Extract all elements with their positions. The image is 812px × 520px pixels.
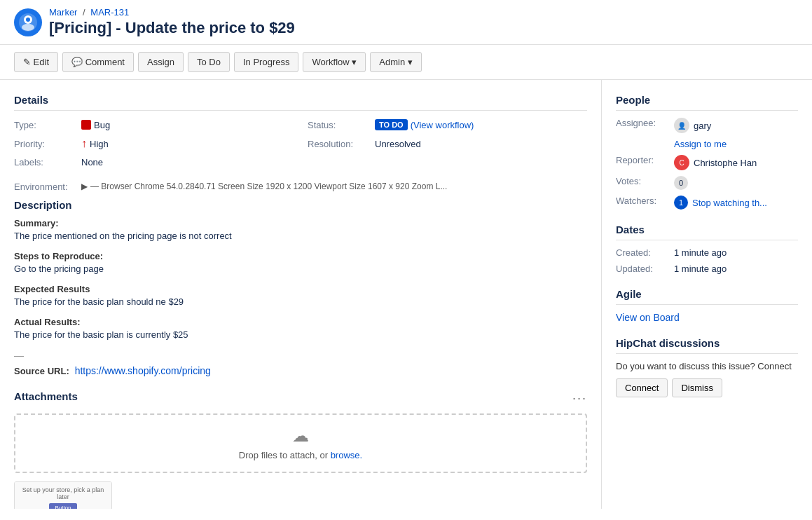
status-row: Status: TO DO (View workflow)	[308, 119, 587, 130]
stop-watching-link[interactable]: Stop watching th...	[692, 198, 767, 208]
assignee-value: 👤 gary	[674, 118, 711, 133]
votes-label: Votes:	[616, 176, 668, 186]
separator: —	[14, 350, 587, 361]
dates-section: Dates Created: 1 minute ago Updated: 1 m…	[616, 224, 798, 274]
comment-button[interactable]: 💬 Comment	[62, 52, 134, 72]
reporter-row: Reporter: C Christophe Han	[616, 155, 798, 170]
upload-icon: ☁	[27, 426, 574, 446]
agile-section: Agile View on Board	[616, 288, 798, 323]
status-badge: TO DO	[375, 119, 408, 130]
description-section: Description Summary: The price mentioned…	[14, 199, 587, 376]
status-label: Status:	[308, 120, 371, 130]
actual-text: The price for the basic plan is currentl…	[14, 329, 587, 340]
expected-block: Expected Results The price for the basic…	[14, 284, 587, 307]
assign-button[interactable]: Assign	[138, 52, 184, 72]
watchers-value: 1 Stop watching th...	[674, 196, 767, 210]
attachments-menu-button[interactable]: ···	[572, 391, 587, 406]
workflow-button[interactable]: Workflow ▾	[303, 52, 366, 72]
details-section-title: Details	[14, 94, 587, 111]
created-label: Created:	[616, 247, 668, 258]
attachments-title: Attachments	[14, 390, 78, 406]
edit-button[interactable]: ✎ Edit	[14, 52, 58, 72]
created-value: 1 minute ago	[674, 247, 727, 258]
attachments-section: Attachments ··· ☁ Drop files to attach, …	[14, 390, 587, 509]
header-text: Marker / MAR-131 [Pricing] - Update the …	[49, 7, 295, 37]
resolution-row: Resolution: Unresolved	[308, 137, 587, 150]
reporter-name: Christophe Han	[694, 158, 757, 168]
browse-link[interactable]: browse.	[331, 450, 363, 460]
created-row: Created: 1 minute ago	[616, 247, 798, 258]
priority-label: Priority:	[14, 139, 77, 149]
content-area: Details Type: Bug Status: TO DO (View wo…	[0, 80, 602, 509]
in-progress-button[interactable]: In Progress	[234, 52, 298, 72]
expected-label: Expected Results	[14, 284, 587, 294]
expected-text: The price for the basic plan should ne $…	[14, 296, 587, 307]
priority-value: ↑ High	[81, 137, 109, 150]
details-grid: Type: Bug Status: TO DO (View workflow) …	[14, 119, 587, 167]
bug-icon	[81, 120, 91, 130]
steps-label: Steps to Reproduce:	[14, 251, 587, 261]
svg-point-2	[26, 18, 30, 22]
hipchat-description: Do you want to discuss this issue? Conne…	[616, 361, 798, 371]
updated-value: 1 minute ago	[674, 264, 727, 274]
resolution-label: Resolution:	[308, 139, 371, 149]
labels-value: None	[81, 157, 103, 167]
app-logo	[14, 8, 42, 36]
labels-row: Labels: None	[14, 157, 294, 167]
actual-label: Actual Results:	[14, 317, 587, 327]
breadcrumb-project[interactable]: Marker	[49, 7, 77, 18]
hipchat-section: HipChat discussions Do you want to discu…	[616, 337, 798, 397]
admin-button[interactable]: Admin ▾	[370, 52, 421, 72]
watchers-badge: 1	[674, 196, 688, 210]
people-title: People	[616, 94, 798, 111]
resolution-value: Unresolved	[375, 139, 421, 149]
people-section: People Assignee: 👤 gary Assign to me Rep…	[616, 94, 798, 210]
agile-title: Agile	[616, 288, 798, 305]
breadcrumb: Marker / MAR-131	[49, 7, 295, 18]
assign-to-me-link[interactable]: Assign to me	[674, 139, 727, 149]
attachment-thumbnail: Set up your store, pick a plan later But…	[14, 481, 112, 509]
updated-row: Updated: 1 minute ago	[616, 264, 798, 274]
assignee-label: Assignee:	[616, 118, 668, 128]
votes-value: 0	[674, 176, 688, 190]
reporter-avatar: C	[674, 155, 689, 170]
breadcrumb-separator: /	[83, 7, 85, 18]
votes-row: Votes: 0	[616, 176, 798, 190]
view-on-board-link[interactable]: View on Board	[616, 312, 680, 323]
dates-title: Dates	[616, 224, 798, 240]
votes-badge: 0	[674, 176, 688, 190]
env-arrow: ▶	[81, 182, 88, 191]
hipchat-title: HipChat discussions	[616, 337, 798, 354]
environment-label: Environment:	[14, 182, 77, 192]
drop-zone[interactable]: ☁ Drop files to attach, or browse.	[14, 413, 587, 473]
main-layout: Details Type: Bug Status: TO DO (View wo…	[0, 80, 812, 509]
connect-button[interactable]: Connect	[616, 378, 668, 397]
drop-text: Drop files to attach, or	[239, 450, 331, 460]
description-section-title: Description	[14, 199, 587, 211]
issue-title: [Pricing] - Update the price to $29	[49, 19, 295, 37]
hipchat-buttons: Connect Dismiss	[616, 378, 798, 397]
priority-row: Priority: ↑ High	[14, 137, 294, 150]
todo-button[interactable]: To Do	[188, 52, 230, 72]
assignee-avatar: 👤	[674, 118, 689, 133]
dismiss-button[interactable]: Dismiss	[672, 378, 722, 397]
updated-label: Updated:	[616, 264, 668, 274]
source-url-link[interactable]: https://www.shopify.com/pricing	[75, 365, 211, 376]
watchers-label: Watchers:	[616, 196, 668, 206]
labels-label: Labels:	[14, 157, 77, 167]
toolbar: ✎ Edit 💬 Comment Assign To Do In Progres…	[0, 45, 812, 80]
watchers-row: Watchers: 1 Stop watching th...	[616, 196, 798, 210]
assignee-name: gary	[694, 121, 711, 131]
assign-to-me-row: Assign to me	[616, 139, 798, 149]
view-workflow-link[interactable]: (View workflow)	[411, 120, 474, 130]
type-label: Type:	[14, 120, 77, 130]
breadcrumb-issue[interactable]: MAR-131	[90, 7, 129, 18]
svg-point-3	[22, 24, 34, 31]
steps-text: Go to the pricing page	[14, 264, 587, 274]
environment-row: Environment: ▶ — Browser Chrome 54.0.284…	[14, 182, 587, 192]
source-block: Source URL: https://www.shopify.com/pric…	[14, 365, 587, 376]
summary-label: Summary:	[14, 218, 587, 228]
app-header: Marker / MAR-131 [Pricing] - Update the …	[0, 0, 812, 45]
summary-block: Summary: The price mentioned on the pric…	[14, 218, 587, 241]
summary-text: The price mentioned on the pricing page …	[14, 231, 587, 241]
